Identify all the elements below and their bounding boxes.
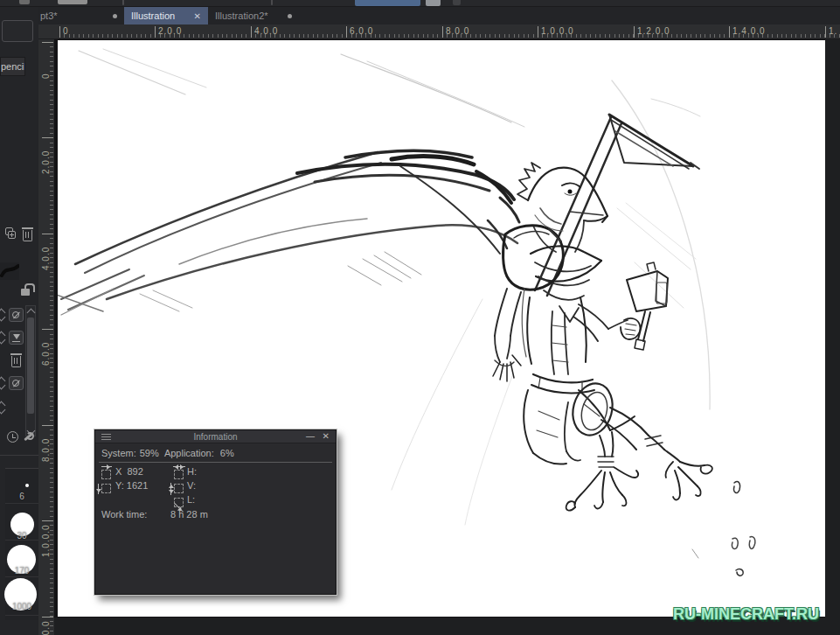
tab-close-icon[interactable]: ✕: [194, 11, 201, 21]
height-value: V:: [187, 480, 198, 491]
application-window: pt3*Illustration✕Illustration2* 02.0.04.…: [0, 0, 840, 635]
ruler-major-tick: [59, 26, 60, 38]
tab-label: Illustration: [131, 10, 189, 21]
ruler-label: 1.4.0.0: [732, 26, 766, 36]
ruler-label: 0: [63, 26, 69, 36]
application-value: 6%: [220, 448, 234, 458]
spinner-down-icon[interactable]: [0, 338, 5, 343]
panel-scrollbar[interactable]: [25, 305, 36, 436]
brush-size-label: 1000: [5, 602, 38, 611]
spinner-down-icon[interactable]: [0, 408, 5, 413]
ruler-major-tick: [538, 26, 538, 38]
ruler-major-tick: [634, 26, 635, 38]
ruler-label: 4.0.0: [41, 234, 51, 270]
spinner-down-icon[interactable]: [0, 316, 5, 320]
x-coordinate: X 892: [115, 466, 143, 477]
ruler-label: 1.0.0.0: [41, 520, 51, 557]
swatch-divider: [5, 615, 38, 616]
tab-illustration[interactable]: Illustration✕: [124, 7, 208, 24]
block-icon: [12, 311, 19, 318]
ruler-label: 6.0.0: [350, 26, 373, 36]
work-time-label: Work time:: [101, 509, 147, 520]
blend-block-button[interactable]: [9, 376, 24, 390]
ruler-major-tick: [155, 26, 156, 38]
ruler-major-tick: [825, 26, 826, 38]
document-tab-bar: pt3*Illustration✕Illustration2*: [38, 7, 840, 24]
tab-modified-dot: [113, 14, 117, 18]
toolbar-button-fragment[interactable]: [19, 0, 30, 4]
minimize-icon[interactable]: —: [306, 431, 315, 441]
system-label: System:: [101, 448, 136, 458]
toolbar-button-fragment[interactable]: [453, 0, 461, 5]
information-panel-titlebar[interactable]: Information — ✕: [95, 430, 336, 443]
ruler-label: 1.0.0.0: [541, 26, 574, 36]
tab-modified-dot: [288, 14, 292, 18]
trash-icon[interactable]: [11, 356, 21, 367]
ruler-major-tick: [251, 26, 252, 38]
toolbar-button-fragment-blue[interactable]: [355, 0, 420, 6]
horizontal-ruler[interactable]: 02.0.04.0.06.0.08.0.01.0.0.01.2.0.01.4.0…: [54, 24, 840, 39]
ruler-label: 8.0.0: [41, 425, 51, 462]
ruler-major-tick: [729, 26, 730, 38]
scroll-up-icon[interactable]: [28, 308, 35, 312]
ruler-corner: [38, 24, 54, 39]
y-coordinate: Y: 1621: [115, 480, 148, 491]
scrollbar-thumb[interactable]: [27, 318, 34, 414]
swatch-divider: [5, 503, 38, 504]
width-icon: [174, 470, 184, 479]
tab-illustration2[interactable]: Illustration2*: [208, 7, 299, 24]
ruler-label: 2.0.0: [158, 26, 182, 36]
sidebar-divider: [0, 455, 38, 456]
ruler-label: 1.2.0.0: [41, 617, 51, 635]
ruler-major-tick: [346, 26, 347, 38]
ruler-label: 8.0.0: [446, 26, 469, 36]
close-icon[interactable]: ✕: [323, 431, 330, 441]
tool-name-label: pencil: [0, 57, 25, 76]
ruler-label: 2.0.0: [41, 137, 51, 174]
swatch-divider: [5, 576, 38, 577]
ruler-label: 4.0.0: [254, 26, 278, 36]
delete-layer-trash-icon[interactable]: [23, 230, 32, 241]
toolbar-separator: [271, 0, 273, 5]
toolbar-button-fragment[interactable]: [426, 0, 441, 6]
tab-label: Illustration2*: [215, 10, 282, 21]
brush-size-panel: 6301701000: [5, 468, 38, 620]
ruler-label: 6.0.0: [41, 329, 51, 366]
download-button[interactable]: [9, 331, 24, 345]
application-label: Application:: [164, 448, 214, 458]
block-icon: [12, 380, 19, 387]
layer-thumbnail[interactable]: [0, 262, 19, 280]
vertical-ruler[interactable]: 02.0.04.0.06.0.08.0.01.0.0.01.2.0.0: [38, 39, 54, 635]
y-coordinate-icon: [101, 484, 111, 493]
left-tool-sidebar: pencil 6301701000: [0, 7, 38, 635]
diagonal-icon: [174, 498, 184, 507]
tab-label: pt3*: [40, 10, 108, 21]
information-panel[interactable]: Information — ✕ System:59% Application: …: [94, 429, 337, 595]
history-clock-icon[interactable]: [7, 431, 18, 443]
layer-lock-icon[interactable]: [21, 289, 30, 296]
wrench-icon[interactable]: [23, 431, 34, 443]
width-value: H:: [187, 466, 199, 477]
x-coordinate-icon: [101, 470, 111, 479]
resource-usage-row: System:59% Application: 6%: [101, 448, 234, 458]
new-layer-copy-icon[interactable]: [5, 227, 17, 240]
tool-option-box[interactable]: [2, 20, 33, 42]
tab-pt3[interactable]: pt3*: [33, 7, 124, 24]
brush-size-label: 170: [5, 566, 38, 576]
toolbar-button-fragment[interactable]: [58, 0, 87, 4]
top-toolbar-strip: [0, 0, 840, 7]
brush-size-label: 6: [5, 492, 38, 501]
swatch-divider: [5, 540, 38, 541]
toolbar-separator: [122, 0, 124, 5]
diagonal-value: L:: [187, 494, 198, 505]
blend-block-button[interactable]: [9, 308, 24, 322]
site-watermark: RU-MINECRAFT.RU: [673, 605, 840, 624]
panel-divider: [99, 462, 332, 463]
ruler-label: 1.2.0.0: [637, 26, 670, 36]
ruler-label: 1.: [829, 26, 837, 36]
work-time-value: 8 h 28 m: [170, 509, 208, 520]
brush-size-swatch-6[interactable]: [25, 484, 29, 487]
ruler-label: 0: [41, 42, 51, 79]
system-value: 59%: [140, 448, 159, 458]
spinner-down-icon[interactable]: [0, 384, 5, 388]
